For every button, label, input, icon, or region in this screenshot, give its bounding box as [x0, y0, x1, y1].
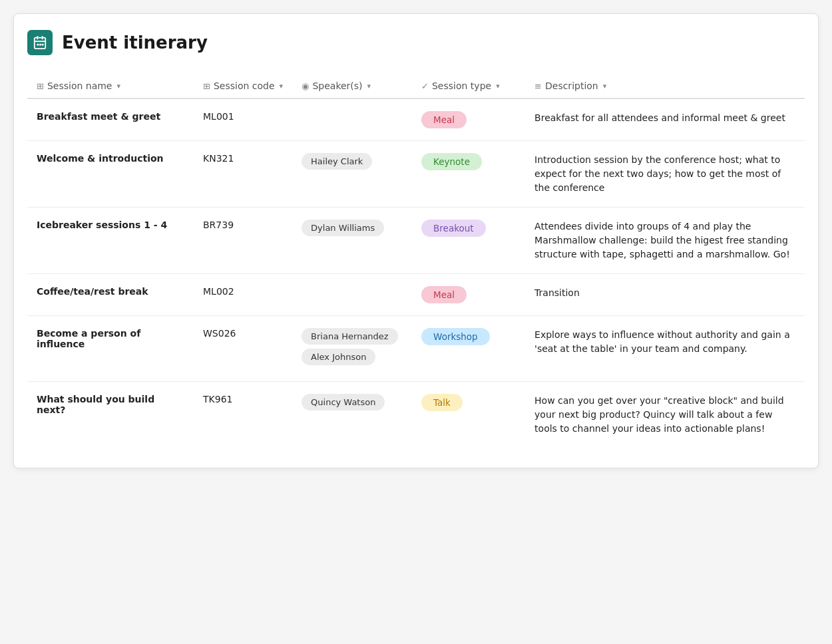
event-itinerary-container: Event itinerary ⊞ Session name ▾ ⊞ Sessi… [13, 13, 819, 468]
col-header-session-code[interactable]: ⊞ Session code ▾ [194, 74, 292, 98]
session-code-cell: KN321 [194, 141, 292, 208]
description-cell: How can you get over your "creative bloc… [525, 382, 805, 448]
speakers-chevron: ▾ [367, 82, 371, 90]
speakers-cell: Dylan Williams [292, 208, 412, 274]
session-code-chevron: ▾ [280, 82, 284, 90]
session-type-badge: Meal [421, 111, 467, 128]
session-type-cell: Keynote [412, 141, 525, 208]
session-name-cell: Become a person of influence [27, 316, 194, 382]
description-cell: Introduction session by the conference h… [525, 141, 805, 208]
session-code-cell: ML001 [194, 98, 292, 141]
calendar-icon [27, 30, 53, 55]
session-type-cell: Talk [412, 382, 525, 448]
speaker-badge: Alex Johnson [302, 349, 375, 365]
session-type-cell: Meal [412, 274, 525, 316]
session-name-cell: Breakfast meet & greet [27, 98, 194, 141]
table-row: Welcome & introductionKN321Hailey ClarkK… [27, 141, 805, 208]
speakers-col-icon: ◉ [302, 81, 309, 91]
session-type-cell: Meal [412, 98, 525, 141]
session-name-cell: Coffee/tea/rest break [27, 274, 194, 316]
session-type-col-icon: ✓ [421, 81, 429, 91]
table-header-row: ⊞ Session name ▾ ⊞ Session code ▾ ◉ [27, 74, 805, 98]
session-type-badge: Keynote [421, 153, 482, 170]
table-row: Breakfast meet & greetML001MealBreakfast… [27, 98, 805, 141]
col-header-speakers[interactable]: ◉ Speaker(s) ▾ [292, 74, 412, 98]
session-name-cell: What should you build next? [27, 382, 194, 448]
speaker-badge: Hailey Clark [302, 153, 372, 170]
svg-rect-4 [37, 44, 39, 46]
session-type-badge: Meal [421, 286, 467, 303]
page-title: Event itinerary [62, 33, 208, 53]
description-cell: Transition [525, 274, 805, 316]
page-header: Event itinerary [27, 30, 805, 55]
session-code-col-icon: ⊞ [203, 81, 210, 91]
svg-rect-5 [39, 44, 41, 46]
col-header-description[interactable]: ≡ Description ▾ [525, 74, 805, 98]
session-type-badge: Workshop [421, 328, 490, 345]
description-chevron: ▾ [603, 82, 607, 90]
svg-rect-6 [42, 44, 44, 46]
speakers-cell: Hailey Clark [292, 141, 412, 208]
session-type-chevron: ▾ [496, 82, 500, 90]
session-type-badge: Breakout [421, 220, 486, 237]
speaker-badge: Quincy Watson [302, 394, 385, 410]
col-header-session-type[interactable]: ✓ Session type ▾ [412, 74, 525, 98]
description-cell: Explore ways to influence without author… [525, 316, 805, 382]
speaker-badge: Briana Hernandez [302, 328, 398, 345]
description-cell: Attendees divide into groups of 4 and pl… [525, 208, 805, 274]
session-name-cell: Icebreaker sessions 1 - 4 [27, 208, 194, 274]
speakers-cell: Briana HernandezAlex Johnson [292, 316, 412, 382]
session-name-cell: Welcome & introduction [27, 141, 194, 208]
description-cell: Breakfast for all attendees and informal… [525, 98, 805, 141]
session-code-cell: ML002 [194, 274, 292, 316]
session-code-cell: TK961 [194, 382, 292, 448]
description-col-icon: ≡ [534, 81, 542, 91]
table-row: Coffee/tea/rest breakML002MealTransition [27, 274, 805, 316]
session-type-cell: Workshop [412, 316, 525, 382]
session-name-chevron: ▾ [116, 82, 120, 90]
speakers-cell [292, 98, 412, 141]
session-type-badge: Talk [421, 394, 463, 411]
table-row: What should you build next?TK961Quincy W… [27, 382, 805, 448]
col-header-session-name[interactable]: ⊞ Session name ▾ [27, 74, 194, 98]
table-row: Icebreaker sessions 1 - 4BR739Dylan Will… [27, 208, 805, 274]
itinerary-table: ⊞ Session name ▾ ⊞ Session code ▾ ◉ [27, 74, 805, 448]
session-code-cell: WS026 [194, 316, 292, 382]
speakers-cell: Quincy Watson [292, 382, 412, 448]
table-row: Become a person of influenceWS026Briana … [27, 316, 805, 382]
session-name-col-icon: ⊞ [37, 81, 44, 91]
svg-rect-0 [35, 38, 46, 49]
speaker-badge: Dylan Williams [302, 220, 384, 236]
session-code-cell: BR739 [194, 208, 292, 274]
speakers-cell [292, 274, 412, 316]
session-type-cell: Breakout [412, 208, 525, 274]
